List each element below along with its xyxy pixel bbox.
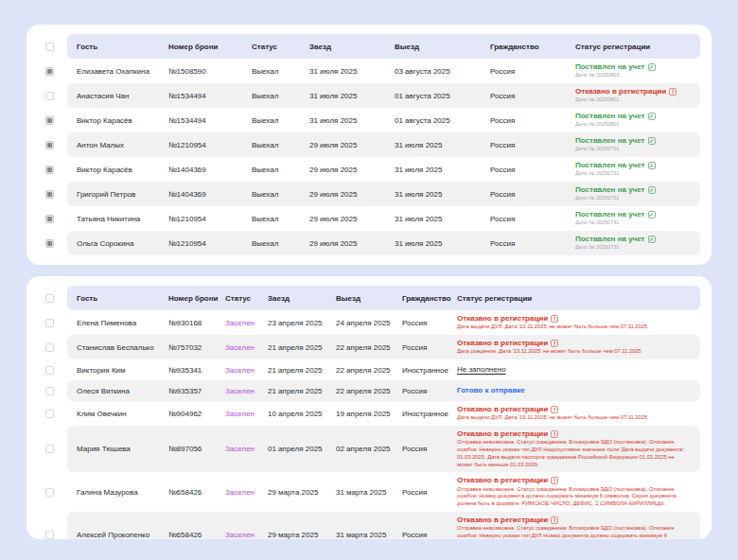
citizenship: Россия xyxy=(402,387,457,395)
stay-status: Заселен xyxy=(225,387,268,395)
citizenship: Россия xyxy=(490,116,575,125)
select-all-checkbox[interactable] xyxy=(45,294,54,303)
registration-status-note: Дата рождения. Дата '13.11.2025' не може… xyxy=(457,348,689,356)
registration-status-note: Дело № 20250731 xyxy=(575,219,689,226)
checkout-date: 01 августа 2025 xyxy=(395,116,490,125)
checkin-date: 23 апреля 2025 xyxy=(268,319,336,327)
guest-link[interactable]: Елена Пименова xyxy=(77,319,168,327)
citizenship: Россия xyxy=(402,445,457,453)
booking-number-link[interactable]: №1210954 xyxy=(168,215,252,223)
checkout-date: 02 апреля 2025 xyxy=(336,445,402,453)
booking-number-link[interactable]: №1508590 xyxy=(168,67,252,76)
table-header-row: ГостьНомер брониСтатусЗаездВыездГражданс… xyxy=(36,286,700,310)
table-row: Олеся Вяткина №935357 Заселен 21 апреля … xyxy=(36,380,700,401)
select-all-checkbox[interactable] xyxy=(45,43,54,51)
checkout-date: 31 марта 2025 xyxy=(336,531,402,539)
registration-status: Отказано в регистрации ! Отправка невозм… xyxy=(457,476,693,508)
registration-status: Отказано в регистрации ! Дата выдачи ДУЛ… xyxy=(457,405,693,422)
citizenship: Иностранное xyxy=(402,410,457,418)
guest-link[interactable]: Виктория Ким xyxy=(77,366,168,375)
booking-number-link[interactable]: №1534494 xyxy=(168,92,252,100)
booking-number-link[interactable]: №658426 xyxy=(168,531,225,539)
guest-link[interactable]: Виктор Карасёв xyxy=(77,166,168,174)
column-header: Номер брони xyxy=(168,294,225,303)
guest-link[interactable]: Елизавета Охапкина xyxy=(77,67,168,76)
column-header: Статус xyxy=(252,43,309,51)
booking-number-link[interactable]: №935341 xyxy=(168,366,225,375)
checkin-date: 29 марта 2025 xyxy=(268,531,336,539)
table-row: Станислав Беспалько №757032 Заселен 21 а… xyxy=(36,335,700,359)
registration-status: Поставлен на учет ✓ Дело № 20250731 xyxy=(575,161,693,178)
booking-number-link[interactable]: №1210954 xyxy=(168,239,252,248)
guest-link[interactable]: Олеся Вяткина xyxy=(77,387,168,395)
guest-link[interactable]: Станислав Беспалько xyxy=(77,343,168,352)
guest-link[interactable]: Клим Овечкин xyxy=(77,410,168,418)
booking-number-link[interactable]: №897056 xyxy=(168,445,225,453)
booking-number-link[interactable]: №1534494 xyxy=(168,116,252,125)
warning-icon[interactable]: ! xyxy=(551,430,558,438)
registration-status-note: Отправка невозможна. Статус гражданина: … xyxy=(457,525,689,539)
checkin-date: 29 июля 2025 xyxy=(309,141,395,149)
warning-icon[interactable]: ! xyxy=(551,406,558,413)
row-checkbox[interactable] xyxy=(45,488,54,497)
table-row: Елизавета Охапкина №1508590 Выехал 31 ию… xyxy=(36,59,700,83)
row-checkbox[interactable] xyxy=(45,239,54,248)
row-checkbox[interactable] xyxy=(45,531,54,539)
column-header: Заезд xyxy=(309,43,395,51)
registration-status-label: Отказано в регистрации xyxy=(457,314,548,323)
row-checkbox[interactable] xyxy=(45,116,54,125)
guest-link[interactable]: Ольга Сорокина xyxy=(77,239,168,248)
registration-status: Не заполнено xyxy=(457,365,693,374)
booking-number-link[interactable]: №1404369 xyxy=(168,190,252,199)
warning-icon[interactable]: ! xyxy=(551,477,558,484)
citizenship: Россия xyxy=(402,531,457,539)
guest-link[interactable]: Анастасия Чан xyxy=(77,92,168,100)
checkout-date: 31 июля 2025 xyxy=(395,141,490,149)
stay-status: Выехал xyxy=(252,67,309,76)
guest-link[interactable]: Григорий Петров xyxy=(77,190,168,199)
registration-status-label[interactable]: Не заполнено xyxy=(457,365,506,374)
guest-link[interactable]: Алексей Прокопенко xyxy=(77,531,168,539)
warning-icon[interactable]: ! xyxy=(551,340,558,347)
registration-status-label: Поставлен на учет xyxy=(575,62,645,71)
row-checkbox[interactable] xyxy=(45,92,54,100)
row-checkbox[interactable] xyxy=(45,445,54,453)
booking-number-link[interactable]: №904962 xyxy=(168,410,225,418)
citizenship: Россия xyxy=(490,92,575,100)
row-checkbox[interactable] xyxy=(45,141,54,149)
row-checkbox[interactable] xyxy=(45,343,54,352)
booking-number-link[interactable]: №757032 xyxy=(168,343,225,352)
guest-link[interactable]: Виктор Карасёв xyxy=(77,116,168,125)
checkin-date: 01 апреля 2025 xyxy=(268,445,336,453)
stay-status: Выехал xyxy=(252,166,309,174)
booking-number-link[interactable]: №930168 xyxy=(168,319,225,327)
stay-status: Заселен xyxy=(225,410,268,418)
row-checkbox[interactable] xyxy=(45,166,54,174)
row-checkbox[interactable] xyxy=(45,366,54,375)
row-checkbox[interactable] xyxy=(45,387,54,395)
page-background: ГостьНомер брониСтатусЗаездВыездГражданс… xyxy=(0,0,738,560)
table-row: Ольга Сорокина №1210954 Выехал 29 июля 2… xyxy=(36,231,700,255)
check-icon: ✓ xyxy=(648,236,656,243)
guest-link[interactable]: Татьяна Никитина xyxy=(77,215,168,223)
row-checkbox[interactable] xyxy=(45,410,54,418)
booking-number-link[interactable]: №935357 xyxy=(168,387,225,395)
stay-status: Заселен xyxy=(225,488,268,497)
checkout-date: 22 апреля 2025 xyxy=(336,366,402,375)
guest-link[interactable]: Галина Мазурова xyxy=(77,488,168,497)
warning-icon[interactable]: ! xyxy=(551,315,558,323)
guest-link[interactable]: Антон Малых xyxy=(77,141,168,149)
booking-number-link[interactable]: №658426 xyxy=(168,488,225,497)
booking-number-link[interactable]: №1404369 xyxy=(168,166,252,174)
guest-link[interactable]: Мария Тюшева xyxy=(77,445,168,453)
warning-icon[interactable]: ! xyxy=(669,88,676,96)
booking-number-link[interactable]: №1210954 xyxy=(168,141,252,149)
registration-status-note: Дата выдачи ДУЛ. Дата '19.11.2025' не мо… xyxy=(457,414,689,422)
warning-icon[interactable]: ! xyxy=(551,516,558,524)
registration-status: Поставлен на учет ✓ Дело № 20250731 xyxy=(575,210,693,227)
row-checkbox[interactable] xyxy=(45,190,54,199)
row-checkbox[interactable] xyxy=(45,67,54,76)
row-checkbox[interactable] xyxy=(45,319,54,327)
row-checkbox[interactable] xyxy=(45,215,54,223)
citizenship: Россия xyxy=(490,239,575,248)
